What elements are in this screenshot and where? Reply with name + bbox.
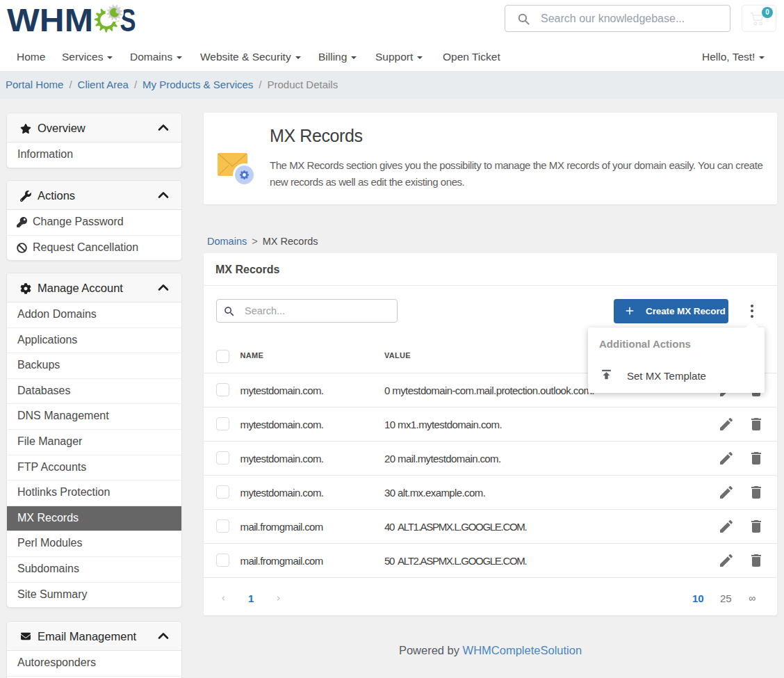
svg-text:WHM: WHM [7, 2, 93, 36]
svg-text:S: S [120, 2, 136, 36]
